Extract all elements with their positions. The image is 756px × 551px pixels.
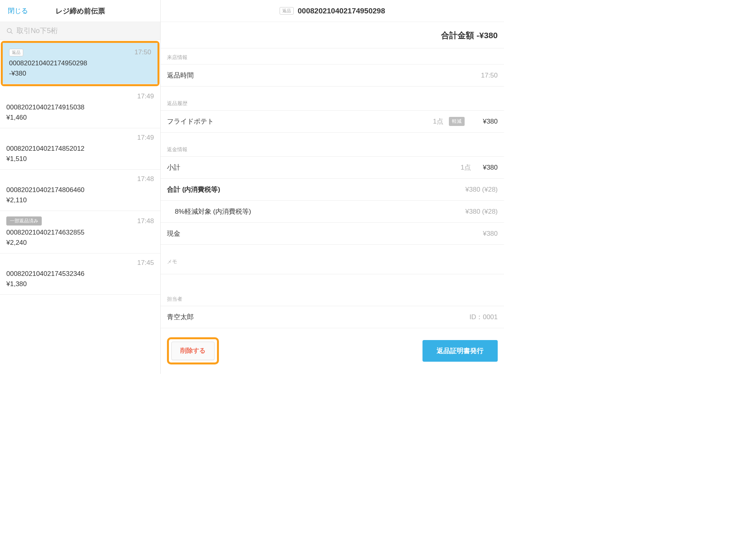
transaction-item[interactable]: 17:45 000820210402174532346 ¥1,380 — [0, 253, 160, 295]
close-button[interactable]: 閉じる — [8, 6, 28, 15]
tax8-label: 8%軽減対象 (内消費税等) — [167, 207, 251, 216]
grand-label: 合計 (内消費税等) — [167, 185, 220, 194]
transaction-amount: -¥380 — [9, 70, 151, 78]
transaction-item[interactable]: 17:49 000820210402174852012 ¥1,510 — [0, 128, 160, 170]
staff-name: 青空太郎 — [167, 312, 194, 322]
grand-amount: ¥380 (¥28) — [465, 186, 498, 194]
delete-button[interactable]: 削除する — [171, 342, 215, 360]
return-time-row: 返品時間 17:50 — [161, 65, 504, 87]
returned-item-row: フライドポテト 1点 軽減 ¥380 — [161, 111, 504, 133]
transaction-time: 17:48 — [137, 175, 154, 183]
subtotal-amount: ¥380 — [483, 164, 498, 172]
highlight-delete: 削除する — [167, 337, 219, 364]
transaction-time: 17:50 — [134, 48, 151, 56]
transaction-list[interactable]: 返品 17:50 000820210402174950298 -¥380 17:… — [0, 40, 160, 374]
return-time-value: 17:50 — [481, 72, 498, 80]
right-footer: 削除する 返品証明書発行 — [161, 329, 504, 374]
grand-total-row: 合計 (内消費税等) ¥380 (¥28) — [161, 179, 504, 201]
subtotal-label: 小計 — [167, 163, 461, 172]
transaction-id: 000820210402174806460 — [6, 186, 154, 194]
transaction-amount: ¥1,510 — [6, 155, 154, 163]
issue-return-certificate-button[interactable]: 返品証明書発行 — [422, 340, 498, 362]
total-amount-row: 合計金額 -¥380 — [161, 22, 504, 48]
left-header: 閉じる レジ締め前伝票 — [0, 0, 160, 22]
transaction-id: 000820210402174532346 — [6, 270, 154, 278]
cash-row: 現金 ¥380 — [161, 223, 504, 245]
return-badge: 返品 — [9, 49, 23, 56]
transaction-amount: ¥2,110 — [6, 196, 154, 204]
transaction-item[interactable]: 返品 17:50 000820210402174950298 -¥380 — [3, 43, 158, 84]
staff-id: ID：0001 — [469, 312, 498, 322]
section-visit: 来店情報 — [161, 48, 504, 65]
partial-return-badge: 一部返品済み — [6, 216, 42, 226]
svg-line-1 — [11, 32, 13, 34]
left-panel: 閉じる レジ締め前伝票 返品 17:50 0008202104021749502… — [0, 0, 161, 374]
transaction-time: 17:49 — [137, 92, 154, 100]
return-time-label: 返品時間 — [167, 71, 194, 80]
section-history: 返品履歴 — [161, 94, 504, 111]
item-price: ¥380 — [470, 118, 498, 126]
search-row[interactable] — [0, 22, 160, 40]
section-refund: 返金情報 — [161, 141, 504, 157]
section-staff: 担当者 — [161, 290, 504, 306]
total-amount: -¥380 — [476, 31, 498, 40]
transaction-id: 000820210402174632855 — [6, 229, 154, 237]
search-icon — [6, 28, 13, 35]
transaction-id: 000820210402174852012 — [6, 145, 154, 153]
total-label: 合計金額 — [441, 31, 474, 40]
transaction-item[interactable]: 17:49 000820210402174915038 ¥1,460 — [0, 87, 160, 128]
highlight-selected: 返品 17:50 000820210402174950298 -¥380 — [1, 41, 159, 86]
tax8-amount: ¥380 (¥28) — [465, 208, 498, 216]
detail-title-id: 000820210402174950298 — [298, 7, 385, 15]
item-name: フライドポテト — [167, 117, 410, 126]
right-body[interactable]: 合計金額 -¥380 来店情報 返品時間 17:50 返品履歴 フライドポテト … — [161, 22, 504, 329]
search-input[interactable] — [17, 27, 154, 35]
subtotal-row: 小計 1点 ¥380 — [161, 157, 504, 179]
svg-point-0 — [7, 28, 11, 33]
right-panel: 返品 000820210402174950298 合計金額 -¥380 来店情報… — [161, 0, 504, 374]
cash-label: 現金 — [167, 229, 180, 238]
right-header: 返品 000820210402174950298 — [161, 0, 504, 22]
staff-row: 青空太郎 ID：0001 — [161, 306, 504, 328]
tax8-row: 8%軽減対象 (内消費税等) ¥380 (¥28) — [161, 201, 504, 223]
transaction-amount: ¥1,380 — [6, 280, 154, 288]
return-badge: 返品 — [280, 7, 294, 15]
transaction-id: 000820210402174915038 — [6, 104, 154, 111]
transaction-time: 17:48 — [137, 217, 154, 225]
transaction-item[interactable]: 一部返品済み 17:48 000820210402174632855 ¥2,24… — [0, 211, 160, 253]
section-memo[interactable]: メモ — [161, 253, 504, 274]
transaction-amount: ¥2,240 — [6, 239, 154, 247]
transaction-amount: ¥1,460 — [6, 114, 154, 122]
item-qty: 1点 — [416, 117, 443, 126]
reduced-tax-badge: 軽減 — [449, 117, 465, 126]
transaction-item[interactable]: 17:48 000820210402174806460 ¥2,110 — [0, 170, 160, 211]
transaction-time: 17:45 — [137, 259, 154, 267]
transaction-id: 000820210402174950298 — [9, 59, 151, 67]
left-title: レジ締め前伝票 — [6, 6, 154, 16]
transaction-time: 17:49 — [137, 134, 154, 142]
subtotal-qty: 1点 — [461, 163, 471, 172]
cash-amount: ¥380 — [483, 230, 498, 238]
